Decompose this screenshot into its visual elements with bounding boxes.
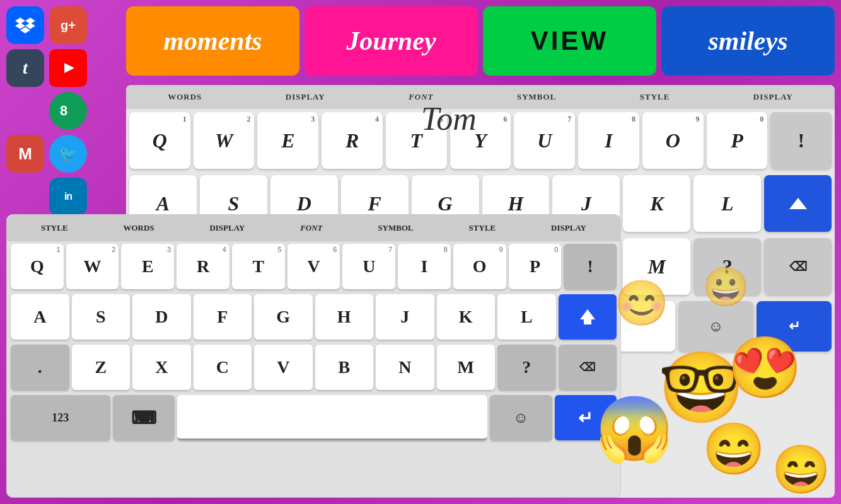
tom-text: Tom <box>421 100 477 137</box>
googleplay-icon[interactable]: 8 <box>49 92 87 130</box>
kbd-space-key[interactable] <box>177 395 487 440</box>
kbd-key-w[interactable]: W2 <box>66 244 119 289</box>
journey-tab[interactable]: Journey <box>304 6 478 76</box>
kbd-menu-symbol[interactable]: SYMBOL <box>378 223 413 233</box>
kbd-key-s[interactable]: S <box>72 294 130 340</box>
kbd-row4: 123 ⌨ ☺ ↵ <box>7 392 620 443</box>
kbd-key-dot[interactable]: . <box>11 345 69 390</box>
kbd-key-z[interactable]: Z <box>72 345 130 390</box>
kbd-key-b[interactable]: B <box>315 345 374 390</box>
emoji-small2: 😀 <box>702 265 750 309</box>
kbd-menu-display2[interactable]: DISPLAY <box>551 223 586 233</box>
kbd-keyboard-icon[interactable]: ⌨ <box>113 395 175 440</box>
kbd-row2: A S D F G H J K L <box>7 292 620 342</box>
kbd-key-l[interactable]: L <box>497 294 556 340</box>
kbd-row1: Q1 W2 E3 R4 T5 V6 U7 I8 O9 P0 ! <box>7 241 620 292</box>
kbd-menu-style[interactable]: STYLE <box>41 223 68 233</box>
top-nav: moments Journey VIEW smileys <box>126 6 835 76</box>
kbd-key-v[interactable]: V6 <box>287 244 340 289</box>
kbd-key-question[interactable]: ? <box>497 345 556 390</box>
kbd-key-r[interactable]: R4 <box>177 244 229 289</box>
emoji-happy1: 😄 <box>702 420 765 479</box>
svg-marker-3 <box>25 23 35 29</box>
linkedin-icon[interactable]: in <box>49 178 87 215</box>
kbd-key-p[interactable]: P0 <box>509 244 562 289</box>
youtube-icon[interactable] <box>49 49 87 87</box>
kbd-key-x[interactable]: X <box>132 345 191 390</box>
kbd-key-q[interactable]: Q1 <box>11 244 64 289</box>
emoji-small1: 😊 <box>614 277 669 329</box>
bg-key-o[interactable]: O9 <box>642 112 704 169</box>
bg-key-i[interactable]: I8 <box>578 112 639 169</box>
kbd-row3: . Z X C V B N M ? ⌫ <box>7 342 620 392</box>
twitter-icon[interactable]: 🐦 <box>49 135 87 173</box>
kbd-menu-words[interactable]: WORDS <box>123 223 154 233</box>
kbd-key-c[interactable]: C <box>194 345 252 390</box>
kbd-key-o[interactable]: O9 <box>453 244 506 289</box>
emoji-cluster: 😱 🤓 😍 😄 😄 😊 😀 <box>576 265 841 504</box>
kbd-key-d[interactable]: D <box>132 294 191 340</box>
kbd-123-key[interactable]: 123 <box>11 395 110 440</box>
emoji-hearts: 😍 <box>728 333 803 403</box>
moments-tab[interactable]: moments <box>126 6 299 76</box>
keyboard-overlay: STYLE WORDS DISPLAY FONT SYMBOL STYLE DI… <box>6 214 621 498</box>
bg-menu-display[interactable]: DISPLAY <box>286 92 325 102</box>
smileys-tab[interactable]: smileys <box>661 6 835 76</box>
bg-menu-style[interactable]: STYLE <box>640 92 670 102</box>
kbd-emoji-key[interactable]: ☺ <box>490 395 552 440</box>
bg-row1: Q1 W2 E3 R4 T5 Y6 U7 I8 O9 P0 ! <box>129 112 832 169</box>
bg-menu-row: WORDS DISPLAY FONT SYMBOL STYLE DISPLAY <box>126 85 835 109</box>
bg-key-q[interactable]: Q1 <box>129 112 190 169</box>
bg-key-w[interactable]: W2 <box>194 112 255 169</box>
bg-menu-display2[interactable]: DISPLAY <box>753 92 793 102</box>
kbd-key-u[interactable]: U7 <box>342 244 395 289</box>
kbd-key-e[interactable]: E3 <box>121 244 174 289</box>
kbd-key-v2[interactable]: V <box>254 345 313 390</box>
bg-shift-key[interactable] <box>764 175 832 232</box>
bg-menu-symbol[interactable]: SYMBOL <box>517 92 556 102</box>
kbd-menu-row: STYLE WORDS DISPLAY FONT SYMBOL STYLE DI… <box>7 215 620 241</box>
kbd-key-m[interactable]: M <box>437 345 496 390</box>
dropbox-icon[interactable] <box>6 6 44 44</box>
kbd-menu-font[interactable]: FONT <box>300 223 322 233</box>
google-plus-icon[interactable]: g+ <box>49 6 87 44</box>
kbd-key-k[interactable]: K <box>437 294 496 340</box>
bg-key-l[interactable]: L <box>693 175 761 232</box>
bg-key-e[interactable]: E3 <box>257 112 318 169</box>
bg-key-u[interactable]: U7 <box>514 112 575 169</box>
gmail-icon[interactable]: M <box>6 135 44 173</box>
kbd-key-n[interactable]: N <box>376 345 434 390</box>
kbd-menu-style2[interactable]: STYLE <box>469 223 496 233</box>
kbd-key-t[interactable]: T5 <box>232 244 285 289</box>
kbd-key-h[interactable]: H <box>315 294 374 340</box>
kbd-key-g[interactable]: G <box>254 294 313 340</box>
view-tab[interactable]: VIEW <box>483 6 656 76</box>
kbd-key-a[interactable]: A <box>11 294 69 340</box>
svg-marker-2 <box>15 23 25 29</box>
kbd-menu-display[interactable]: DISPLAY <box>209 223 245 233</box>
bg-key-exclaim[interactable]: ! <box>770 112 832 169</box>
kbd-key-f[interactable]: F <box>194 294 252 340</box>
bg-key-r[interactable]: R4 <box>322 112 383 169</box>
tumblr-icon[interactable]: t <box>6 49 44 87</box>
kbd-key-i[interactable]: I8 <box>398 244 451 289</box>
social-icons-panel: g+ t 8 M 🐦 in <box>6 6 87 215</box>
kbd-key-j[interactable]: J <box>376 294 434 340</box>
svg-marker-5 <box>64 63 74 73</box>
emoji-happy2: 😄 <box>772 442 831 498</box>
bg-key-p[interactable]: P0 <box>707 112 768 169</box>
bg-key-k[interactable]: K <box>623 175 690 232</box>
bg-menu-words[interactable]: WORDS <box>168 92 202 102</box>
svg-text:8: 8 <box>60 103 67 118</box>
svg-marker-4 <box>20 27 30 33</box>
